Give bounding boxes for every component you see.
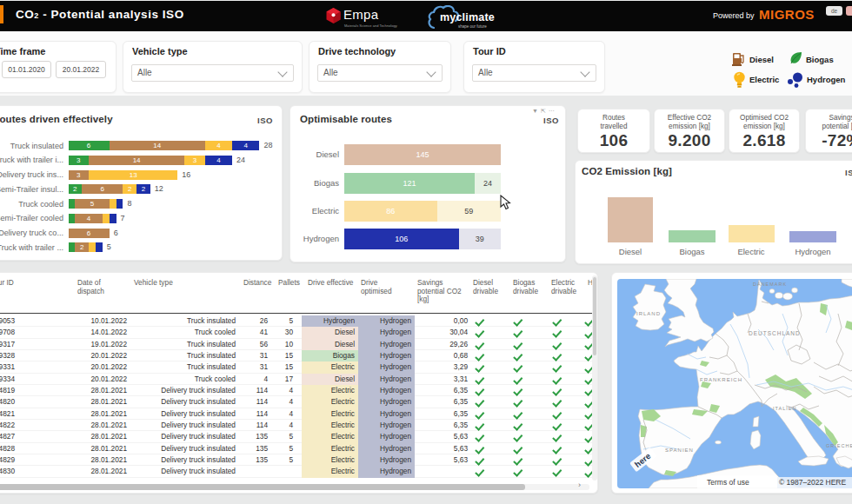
svg-text:GRIECHENL: GRIECHENL — [826, 443, 852, 448]
svg-text:© 1987–2022 HERE: © 1987–2022 HERE — [779, 478, 846, 487]
svg-text:SPANIEN: SPANIEN — [665, 448, 694, 453]
svg-text:FRANKREICH: FRANKREICH — [700, 377, 742, 382]
svg-text:ITALIEN: ITALIEN — [773, 406, 796, 411]
svg-text:Terms of use: Terms of use — [707, 478, 749, 487]
svg-text:DÄNEMARK: DÄNEMARK — [753, 282, 787, 287]
svg-text:DEUTSCHLAND: DEUTSCHLAND — [749, 330, 801, 336]
svg-text:IRLAND: IRLAND — [636, 311, 661, 316]
